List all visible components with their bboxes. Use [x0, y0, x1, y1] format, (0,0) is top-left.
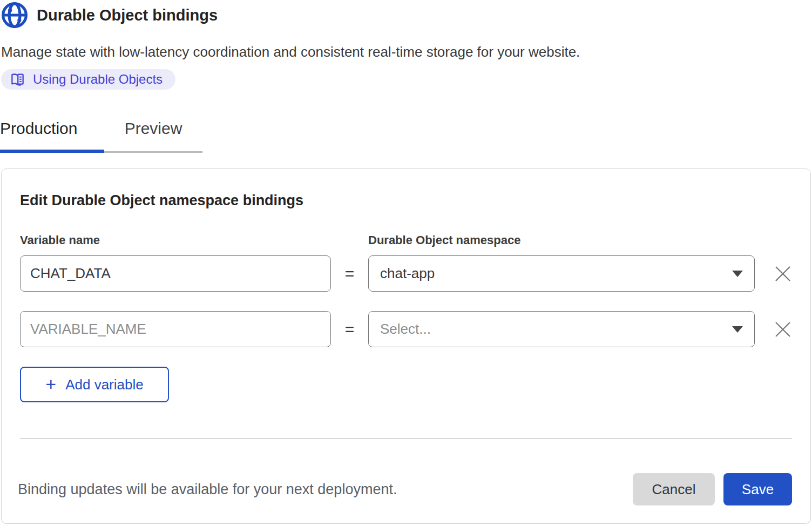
binding-row: = chat-app	[20, 255, 792, 292]
equals-sign: =	[331, 320, 368, 339]
namespace-select-value: chat-app	[380, 265, 435, 282]
namespace-select[interactable]: chat-app	[368, 255, 755, 292]
chevron-down-icon	[732, 326, 743, 333]
namespace-select[interactable]: Select...	[368, 311, 755, 347]
close-icon	[774, 320, 792, 339]
close-icon	[774, 265, 792, 283]
environment-tabs: Production Preview	[0, 119, 812, 153]
equals-sign: =	[331, 265, 368, 283]
save-button[interactable]: Save	[723, 473, 792, 505]
bindings-card: Edit Durable Object namespace bindings V…	[1, 168, 811, 524]
namespace-label: Durable Object namespace	[368, 233, 755, 247]
page-header: Durable Object bindings	[1, 2, 812, 29]
using-durable-objects-link[interactable]: Using Durable Objects	[1, 69, 175, 90]
tab-production[interactable]: Production	[0, 119, 104, 153]
tab-preview[interactable]: Preview	[104, 119, 202, 153]
durable-objects-globe-icon	[1, 2, 28, 29]
page-description: Manage state with low-latency coordinati…	[1, 44, 812, 60]
remove-binding-button[interactable]	[774, 265, 792, 283]
durable-object-bindings-page: Durable Object bindings Manage state wit…	[0, 0, 812, 524]
variable-name-input[interactable]	[20, 311, 331, 347]
open-book-icon	[10, 72, 25, 87]
add-variable-label: Add variable	[65, 376, 144, 393]
namespace-select-value: Select...	[380, 321, 431, 338]
variable-name-input[interactable]	[20, 255, 331, 292]
docs-link-label: Using Durable Objects	[33, 72, 163, 87]
column-labels-row: Variable name Durable Object namespace	[20, 233, 792, 247]
page-title: Durable Object bindings	[37, 6, 218, 24]
binding-row: = Select...	[20, 311, 792, 347]
footer-divider	[20, 438, 792, 439]
bindings-form: Variable name Durable Object namespace =…	[20, 233, 792, 347]
add-variable-button[interactable]: + Add variable	[20, 367, 169, 402]
card-footer: Binding updates will be available for yo…	[20, 473, 792, 505]
plus-icon: +	[45, 375, 56, 393]
cancel-button[interactable]: Cancel	[633, 473, 715, 505]
footer-actions: Cancel Save	[633, 473, 792, 505]
remove-binding-button[interactable]	[774, 320, 792, 339]
chevron-down-icon	[732, 271, 743, 277]
deployment-note: Binding updates will be available for yo…	[18, 481, 397, 498]
variable-name-label: Variable name	[20, 233, 331, 247]
card-heading: Edit Durable Object namespace bindings	[20, 192, 792, 209]
